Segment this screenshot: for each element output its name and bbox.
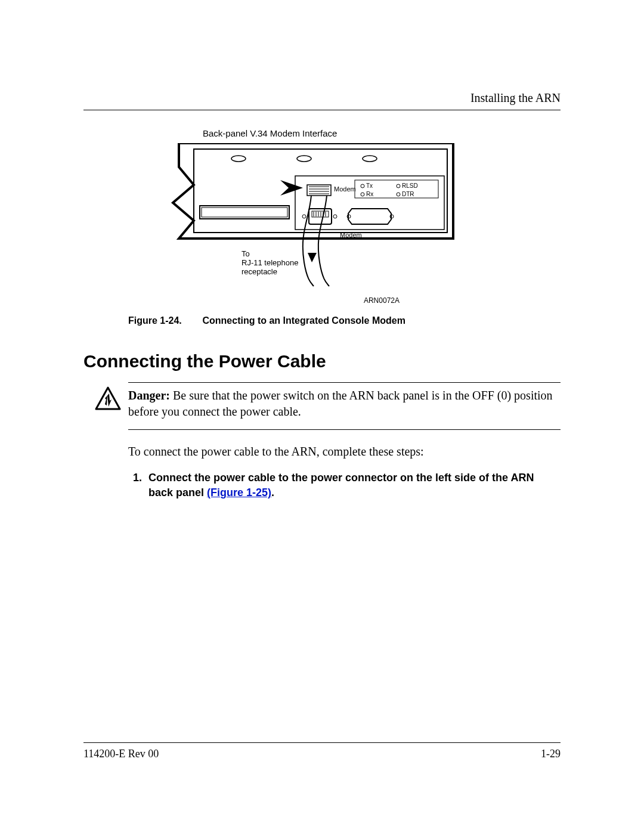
led-dtr: DTR	[402, 191, 414, 197]
page-footer: 114200-E Rev 00 1-29	[83, 742, 561, 761]
footer-left: 114200-E Rev 00	[83, 747, 159, 761]
steps-list: Connect the power cable to the power con…	[128, 470, 561, 500]
cable-dest-2: RJ-11 telephone	[242, 258, 298, 267]
intro-text: To connect the power cable to the ARN, c…	[128, 443, 561, 460]
figure-caption-num: Figure 1-24.	[128, 314, 200, 327]
figure-illustration: Modem Tx Rx RLSD DTR Modem	[161, 143, 561, 293]
modem-label-2: Modem	[340, 231, 362, 239]
danger-block: Danger: Be sure that the power switch on…	[128, 382, 561, 430]
cable-dest-1: To	[242, 249, 250, 258]
figure-title-above: Back-panel V.34 Modem Interface	[203, 127, 561, 140]
danger-lead: Danger:	[128, 389, 170, 402]
step-1: Connect the power cable to the power con…	[145, 470, 561, 500]
modem-interface-svg: Modem Tx Rx RLSD DTR Modem	[161, 143, 459, 289]
led-rlsd: RLSD	[402, 182, 418, 189]
danger-icon	[95, 386, 121, 410]
footer-right: 1-29	[541, 747, 561, 761]
figure-ref-number: ARN0072A	[83, 296, 400, 306]
svg-marker-30	[308, 253, 317, 262]
figure-caption: Figure 1-24. Connecting to an Integrated…	[128, 314, 561, 327]
figure-caption-text: Connecting to an Integrated Console Mode…	[202, 315, 405, 326]
page: Installing the ARN Back-panel V.34 Modem…	[0, 0, 644, 833]
cable-dest-3: receptacle	[242, 267, 277, 276]
step-1-tail: .	[271, 487, 274, 498]
led-rx: Rx	[366, 191, 373, 197]
figure-1-24: Back-panel V.34 Modem Interface Modem	[83, 127, 561, 327]
step-1-text: Connect the power cable to the power con…	[148, 472, 534, 498]
section-heading: Connecting the Power Cable	[83, 349, 561, 374]
running-head: Installing the ARN	[83, 89, 561, 106]
figure-1-25-link[interactable]: (Figure 1-25)	[207, 487, 271, 498]
footer-rule	[83, 742, 561, 743]
top-rule	[83, 110, 561, 110]
danger-text: Danger: Be sure that the power switch on…	[128, 388, 561, 420]
danger-body: Be sure that the power switch on the ARN…	[128, 389, 553, 418]
modem-label-1: Modem	[334, 185, 356, 193]
led-tx: Tx	[366, 182, 373, 189]
